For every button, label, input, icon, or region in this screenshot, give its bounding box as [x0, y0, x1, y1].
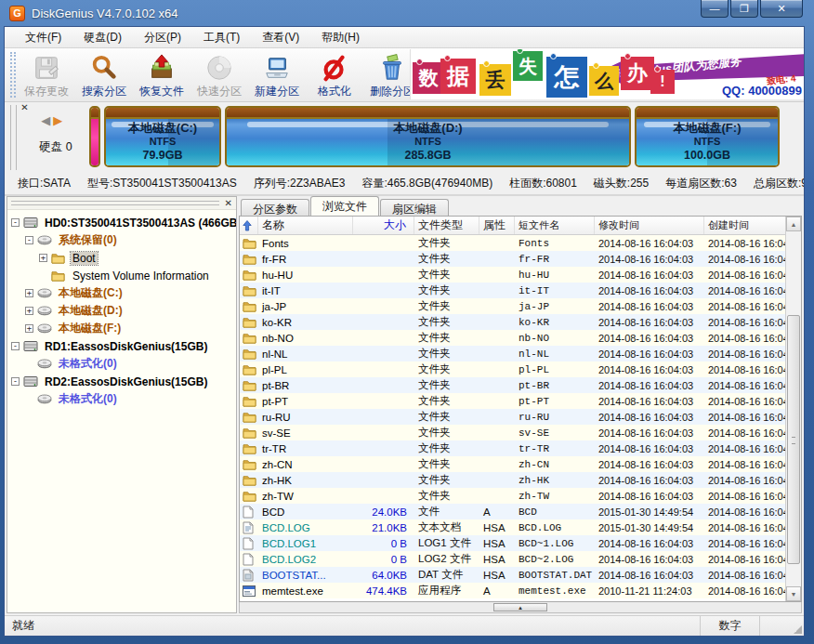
maximize-button[interactable]: ❐ [730, 0, 758, 18]
table-row[interactable]: memtest.exe474.4KB应用程序Amemtest.exe2010-1… [240, 583, 785, 598]
table-row[interactable]: ko-KR文件夹ko-KR2014-08-16 16:04:032014-08-… [240, 314, 785, 330]
tree-expander-icon[interactable]: + [25, 307, 33, 315]
menu-item-5[interactable]: 帮助(H) [310, 27, 371, 48]
tree-item-4[interactable]: +本地磁盘(C:) [7, 284, 236, 302]
table-row[interactable]: pt-PT文件夹pt-PT2014-08-16 16:04:032014-08-… [240, 393, 785, 409]
minimize-button[interactable]: — [701, 0, 729, 18]
menu-item-3[interactable]: 工具(T) [192, 27, 251, 48]
cell-short-name: nb-NO [515, 333, 595, 344]
tree-expander-icon[interactable]: - [11, 342, 20, 350]
table-row[interactable]: BCD24.0KB文件ABCD2015-01-30 14:49:542014-0… [240, 504, 785, 519]
tree-expander-icon[interactable]: + [39, 254, 47, 262]
partition-3[interactable]: 本地磁盘(F:)NTFS100.0GB [635, 106, 780, 167]
column-header-2[interactable]: 文件类型 [414, 217, 479, 234]
toolbar-button-1[interactable]: 搜索分区 [75, 48, 133, 101]
column-header-4[interactable]: 短文件名 [515, 217, 595, 234]
scroll-up-icon[interactable]: ▲ [786, 217, 801, 231]
table-row[interactable]: ja-JP文件夹ja-JP2014-08-16 16:04:032014-08-… [240, 298, 785, 314]
partition-1[interactable]: 本地磁盘(C:)NTFS79.9GB [104, 106, 221, 167]
menu-item-4[interactable]: 查看(V) [251, 27, 310, 48]
table-row[interactable]: BOOTSTAT...64.0KBDAT 文件HSABOOTSTAT.DAT20… [240, 567, 785, 583]
menu-item-2[interactable]: 分区(P) [133, 27, 192, 48]
vertical-scrollbar[interactable]: ▲ ▼ [785, 217, 801, 601]
table-row[interactable]: ru-RU文件夹ru-RU2014-08-16 16:04:032014-08-… [240, 409, 785, 425]
toolbar-button-2[interactable]: 恢复文件 [133, 48, 190, 101]
partition-labels: 本地磁盘(C:)NTFS79.9GB [106, 119, 219, 165]
table-row[interactable]: zh-HK文件夹zh-HK2014-08-16 16:04:032014-08-… [240, 472, 785, 488]
cell-type: 文本文档 [414, 520, 479, 534]
menu-item-0[interactable]: 文件(F) [14, 27, 72, 48]
close-button[interactable]: ✕ [760, 0, 803, 18]
toolbar-button-4[interactable]: 新建分区 [248, 48, 306, 101]
column-header-0[interactable]: 名称 [258, 217, 353, 234]
table-row[interactable]: BCD.LOG21.0KB文本文档HSABCD.LOG2015-01-30 14… [240, 519, 785, 535]
tree-item-8[interactable]: 未格式化(0) [7, 355, 236, 373]
cell-modified-time: 2014-08-16 16:04:03 [595, 348, 704, 360]
partition-reserved[interactable] [89, 106, 100, 167]
ad-banner[interactable]: DiskGenius团队为您服务 致电: 4 QQ: 40000899 数据丢失… [410, 49, 804, 99]
tree-expander-icon[interactable]: + [25, 324, 33, 333]
disknav-close-icon[interactable]: ✕ [20, 102, 28, 112]
tree-expander-icon[interactable]: - [25, 236, 33, 244]
tree-expander-icon[interactable]: - [11, 377, 20, 386]
column-header-6[interactable]: 创建时间 [704, 217, 785, 234]
table-row[interactable]: tr-TR文件夹tr-TR2014-08-16 16:04:032014-08-… [240, 440, 785, 456]
tree-item-1[interactable]: -系统保留(0) [7, 231, 236, 249]
table-row[interactable]: zh-TW文件夹zh-TW2014-08-16 16:04:032014-08-… [240, 488, 785, 504]
table-row[interactable]: sv-SE文件夹sv-SE2014-08-16 16:04:032014-08-… [240, 425, 785, 440]
tab-partition-params[interactable]: 分区参数 [241, 199, 309, 216]
cell-name: pt-BR [258, 380, 353, 391]
table-row[interactable]: fr-FR文件夹fr-FR2014-08-16 16:04:032014-08-… [240, 251, 785, 267]
tree-item-2[interactable]: +Boot [7, 249, 236, 267]
cell-modified-time: 2014-08-16 16:04:03 [595, 364, 704, 375]
column-header-5[interactable]: 修改时间 [595, 217, 704, 234]
tree-item-6[interactable]: +本地磁盘(F:) [7, 320, 236, 337]
scroll-down-icon[interactable]: ▼ [786, 586, 801, 601]
menu-item-1[interactable]: 硬盘(D) [72, 27, 133, 48]
cell-type: 文件夹 [414, 331, 479, 345]
tree-header-grip[interactable] [11, 201, 219, 205]
tree-panel-close-icon[interactable]: ✕ [225, 198, 232, 208]
tab-sector-edit[interactable]: 扇区编辑 [380, 199, 449, 216]
menu-bar: 文件(F)硬盘(D)分区(P)工具(T)查看(V)帮助(H) [5, 27, 804, 48]
tree-item-5[interactable]: +本地磁盘(D:) [7, 302, 236, 320]
table-row[interactable]: Fonts文件夹Fonts2014-08-16 16:04:032014-08-… [240, 235, 785, 251]
sort-column-header[interactable] [240, 217, 258, 234]
tree-item-3[interactable]: System Volume Information [7, 267, 236, 284]
prev-disk-icon[interactable]: ◀ [41, 113, 53, 127]
tree-item-7[interactable]: -RD1:EassosDiskGenius(15GB) [7, 337, 236, 355]
partition-tree-panel: ✕ -HD0:ST350041ST3500413AS (466GB)-系统保留(… [7, 196, 237, 613]
scrollbar-thumb[interactable] [787, 315, 800, 564]
tree-expander-icon[interactable]: - [11, 218, 20, 227]
toolbar-button-5[interactable]: 格式化 [306, 48, 363, 101]
table-row[interactable]: zh-CN文件夹zh-CN2014-08-16 16:04:032014-08-… [240, 456, 785, 472]
panel-grip[interactable] [10, 105, 17, 170]
toolbar-button-0[interactable]: 保存更改 [18, 48, 75, 101]
next-disk-icon[interactable]: ▶ [53, 113, 65, 127]
table-row[interactable]: it-IT文件夹it-IT2014-08-16 16:04:032014-08-… [240, 283, 785, 298]
resize-grip[interactable] [791, 616, 804, 636]
tree-item-0[interactable]: -HD0:ST350041ST3500413AS (466GB) [7, 214, 236, 231]
table-row[interactable]: nb-NO文件夹nb-NO2014-08-16 16:04:032014-08-… [240, 330, 785, 346]
partition-2[interactable]: 本地磁盘(D:)NTFS285.8GB [225, 106, 631, 167]
tab-browse-files[interactable]: 浏览文件 [310, 196, 379, 216]
column-header-3[interactable]: 属性 [479, 217, 515, 234]
table-row[interactable]: BCD.LOG20 BLOG2 文件HSABCD~2.LOG2014-08-16… [240, 551, 785, 567]
table-row[interactable]: nl-NL文件夹nl-NL2014-08-16 16:04:032014-08-… [240, 346, 785, 361]
tree-item-10[interactable]: 未格式化(0) [7, 390, 236, 408]
disk-info-field-0: 接口:SATA [18, 176, 71, 191]
table-row[interactable]: BCD.LOG10 BLOG1 文件HSABCD~1.LOG2014-08-16… [240, 535, 785, 551]
table-row[interactable]: hu-HU文件夹hu-HU2014-08-16 16:04:032014-08-… [240, 267, 785, 283]
cell-short-name: BCD~2.LOG [515, 554, 595, 565]
splitter-collapse-button[interactable]: ▲ [493, 603, 547, 611]
tree-expander-icon[interactable]: + [25, 289, 33, 297]
cell-short-name: zh-HK [515, 475, 595, 486]
cell-modified-time: 2014-08-16 16:04:03 [595, 427, 704, 439]
column-header-1[interactable]: 大小 [353, 217, 414, 234]
cell-name: zh-HK [258, 475, 353, 486]
tree-item-9[interactable]: -RD2:EassosDiskGenius(15GB) [7, 373, 236, 390]
toolbar-button-3[interactable]: 快速分区 [190, 48, 248, 101]
table-row[interactable]: pt-BR文件夹pt-BR2014-08-16 16:04:032014-08-… [240, 377, 785, 393]
cell-type: 文件夹 [414, 236, 479, 250]
table-row[interactable]: pl-PL文件夹pl-PL2014-08-16 16:04:032014-08-… [240, 361, 785, 377]
